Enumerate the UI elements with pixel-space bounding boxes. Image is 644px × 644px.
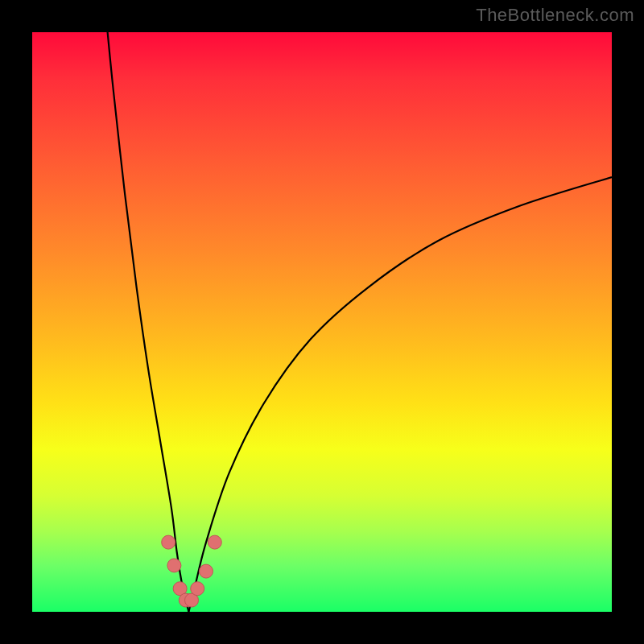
marker-point — [191, 582, 204, 596]
watermark-text: TheBottleneck.com — [476, 5, 634, 26]
marker-point — [200, 564, 213, 578]
curve-right-branch — [188, 177, 612, 612]
chart-overlay — [32, 32, 612, 612]
chart-frame: TheBottleneck.com — [0, 0, 644, 644]
curve-left-branch — [108, 32, 189, 612]
trough-markers — [162, 535, 222, 607]
marker-point — [208, 535, 221, 549]
marker-point — [167, 559, 181, 572]
marker-point — [162, 535, 175, 549]
